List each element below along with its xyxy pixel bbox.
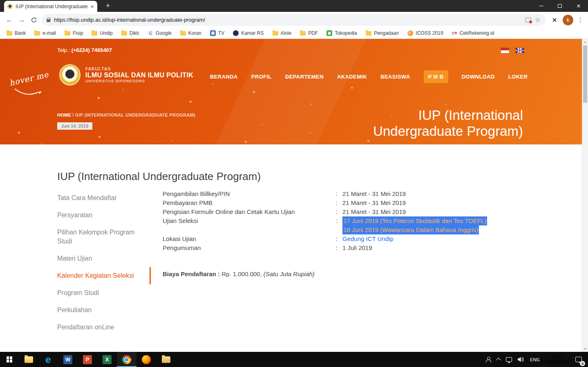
phone-number: (+6224) 7465407 bbox=[72, 47, 112, 53]
page-title: IUP (International Undergraduate Program… bbox=[57, 170, 582, 183]
folder-icon bbox=[7, 31, 12, 36]
bookmark-folder-dikti[interactable]: Dikti bbox=[121, 30, 139, 36]
window-close-button[interactable] bbox=[569, 0, 588, 12]
browser-tab[interactable]: IUP (International Undergraduate Program… bbox=[4, 1, 97, 12]
network-tray-button[interactable] bbox=[503, 352, 515, 367]
sidebar-item-pilihan-kelompok[interactable]: Pilihan Kelompok Program Studi bbox=[57, 224, 151, 250]
browser-toolbar: https://fisip.undip.ac.id/iup-internatio… bbox=[0, 12, 588, 28]
excel-button[interactable] bbox=[97, 352, 117, 367]
main-content: IUP (International Undergraduate Program… bbox=[0, 144, 582, 352]
sidebar-item-persyaratan[interactable]: Persyaratan bbox=[57, 207, 151, 224]
edge-button[interactable]: e bbox=[38, 352, 58, 367]
phone-line: Telp.: (+6224) 7465407 bbox=[57, 47, 112, 53]
nav-item-loker[interactable]: LOKER bbox=[508, 74, 528, 80]
language-indicator[interactable]: ENG bbox=[527, 352, 543, 367]
bookmark-icoss[interactable]: ICOSS 2019 bbox=[407, 30, 443, 36]
powerpoint-button[interactable] bbox=[78, 352, 97, 367]
extension-x-icon[interactable]: × bbox=[549, 16, 560, 25]
schedule-row: Pembayaran PMB : 21 Maret - 31 Mei 2019 bbox=[163, 198, 582, 207]
highlighted-date-2: 18 Juni 2019 (Wawancara Dalam Bahasa Ing… bbox=[342, 225, 479, 234]
bookmark-kamar-rs[interactable]: Kamar RS bbox=[233, 30, 264, 36]
site-brand[interactable]: FAKULTAS ILMU SOSIAL DAN ILMU POLITIK UN… bbox=[59, 64, 193, 86]
bookmark-folder-pdf[interactable]: PDF bbox=[300, 30, 318, 36]
chrome-button[interactable] bbox=[117, 352, 136, 367]
taskbar-clock[interactable]: 08.13 14/06/2019 bbox=[543, 354, 572, 365]
tray-expand-button[interactable] bbox=[494, 352, 503, 367]
scroll-up-icon[interactable] bbox=[582, 39, 588, 45]
file-explorer-button[interactable] bbox=[19, 352, 38, 367]
bookmark-tokopedia[interactable]: Tokopedia bbox=[326, 30, 357, 36]
site-header: Telp.: (+6224) 7465407 hover me FAKULTAS… bbox=[0, 39, 582, 144]
sidebar-item-kalender-kegiatan-seleksi[interactable]: Kalender Kegiatan Seleksi bbox=[57, 267, 151, 284]
browser-menu-icon[interactable] bbox=[576, 16, 585, 24]
nav-item-pmb[interactable]: P M B bbox=[424, 70, 448, 83]
bookmark-folder-bank[interactable]: Bank bbox=[7, 30, 26, 36]
excel-icon bbox=[103, 355, 112, 364]
url-text[interactable]: https://fisip.undip.ac.id/iup-internatio… bbox=[54, 17, 522, 23]
folder-icon bbox=[65, 31, 70, 36]
bookmark-folder-pengadaan[interactable]: Pengadaan bbox=[366, 30, 399, 36]
bookmark-folder-email[interactable]: e-mail bbox=[34, 30, 56, 36]
sidebar-item-tata-cara-mendaftar[interactable]: Tata Cara Mendaftar bbox=[57, 189, 151, 207]
window-controls bbox=[532, 0, 588, 12]
scroll-down-icon[interactable] bbox=[582, 346, 588, 352]
nav-item-akademik[interactable]: AKADEMIK bbox=[337, 74, 367, 80]
forward-button[interactable] bbox=[16, 14, 28, 26]
folder-icon bbox=[273, 31, 278, 36]
indonesian-flag-icon[interactable] bbox=[501, 48, 509, 53]
profile-avatar[interactable]: k bbox=[563, 15, 573, 25]
browser-tab-bar: IUP (International Undergraduate Program… bbox=[0, 0, 588, 12]
location-link[interactable]: Gedung ICT Undip bbox=[342, 234, 393, 243]
minimize-icon bbox=[539, 6, 543, 6]
selected-text: 17 Juni 2019 (Tes Potensi Skolastik dan … bbox=[342, 216, 487, 234]
bookmark-folder-koran[interactable]: Koran bbox=[180, 30, 201, 36]
lock-icon[interactable] bbox=[47, 19, 50, 22]
windows-logo-icon bbox=[7, 356, 13, 362]
nav-item-download[interactable]: DOWNLOAD bbox=[462, 74, 495, 80]
folder-icon bbox=[92, 31, 97, 36]
site-favicon-icon bbox=[7, 4, 13, 9]
volume-tray-button[interactable] bbox=[515, 352, 527, 367]
nav-item-departemen[interactable]: DEPARTEMEN bbox=[285, 74, 324, 80]
word-button[interactable] bbox=[58, 352, 78, 367]
window-minimize-button[interactable] bbox=[532, 0, 550, 12]
folder-icon bbox=[366, 31, 371, 36]
back-button[interactable] bbox=[3, 14, 16, 26]
bookmarks-bar: Bank e-mail Fisip Undip Dikti Google Kor… bbox=[0, 28, 588, 39]
folder-window-button[interactable] bbox=[156, 352, 176, 367]
english-flag-icon[interactable] bbox=[516, 48, 524, 53]
breadcrumb-home[interactable]: HOME bbox=[57, 113, 71, 117]
new-tab-button[interactable] bbox=[103, 1, 113, 11]
reload-button[interactable] bbox=[28, 14, 40, 26]
schedule-row: Lokasi Ujian : Gedung ICT Undip bbox=[163, 234, 582, 243]
tab-close-icon[interactable] bbox=[90, 3, 94, 9]
nav-item-beranda[interactable]: BERANDA bbox=[210, 74, 238, 80]
nav-item-beasiswa[interactable]: BEASISWA bbox=[380, 74, 410, 80]
bookmark-tv[interactable]: TV bbox=[210, 30, 224, 36]
action-center-button[interactable]: 3 bbox=[572, 352, 586, 367]
bookmark-cekrekening[interactable]: CRCekRekening.id bbox=[452, 30, 494, 36]
sidebar-item-pendaftaran-online[interactable]: Pendaftaran onLine bbox=[57, 319, 151, 336]
bookmark-google[interactable]: Google bbox=[148, 30, 172, 36]
bookmark-star-icon[interactable] bbox=[535, 17, 541, 23]
sync-error-icon[interactable] bbox=[525, 18, 531, 23]
nav-item-profil[interactable]: PROFIL bbox=[251, 74, 272, 80]
address-bar[interactable]: https://fisip.undip.ac.id/iup-internatio… bbox=[42, 14, 546, 26]
sidebar-item-program-studi[interactable]: Program Studi bbox=[57, 284, 151, 302]
schedule-row: Pengambilan Billkey/PIN : 21 Maret - 31 … bbox=[163, 189, 582, 198]
page-scrollbar[interactable] bbox=[582, 39, 588, 352]
bookmark-folder-alste[interactable]: Alste bbox=[273, 30, 292, 36]
bookmark-folder-undip[interactable]: Undip bbox=[92, 30, 112, 36]
bookmark-folder-fisip[interactable]: Fisip bbox=[65, 30, 83, 36]
hover-me-arrow-icon bbox=[14, 86, 42, 97]
firefox-button[interactable] bbox=[136, 352, 156, 367]
schedule-row: Ujian Seleksi : 17 Juni 2019 (Tes Potens… bbox=[163, 216, 582, 234]
people-tray-button[interactable] bbox=[483, 352, 494, 367]
sidebar-item-perkuliahan[interactable]: Perkuliahan bbox=[57, 302, 151, 319]
folder-icon bbox=[300, 31, 306, 36]
scrollbar-thumb[interactable] bbox=[583, 45, 587, 103]
window-maximize-button[interactable] bbox=[550, 0, 569, 12]
start-button[interactable] bbox=[0, 352, 19, 367]
breadcrumb: HOME / IUP (INTERNATIONAL UNDERGRADUATE … bbox=[57, 113, 195, 117]
sidebar-item-materi-ujian[interactable]: Materi Ujian bbox=[57, 250, 151, 267]
